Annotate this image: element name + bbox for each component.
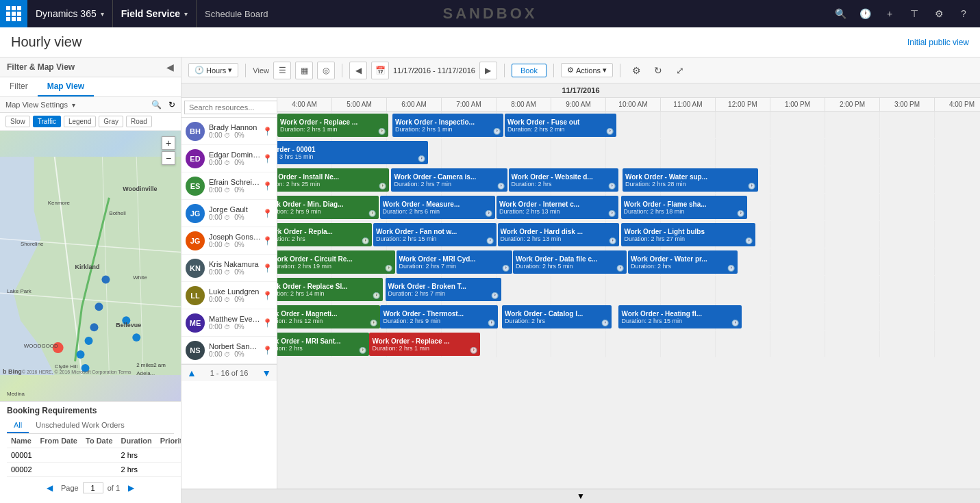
nav-prev-button[interactable]: ◀ — [349, 62, 367, 79]
schedule-block[interactable]: Work Order - Camera is... Duration: 2 hr… — [391, 168, 507, 192]
block-title: Work Order - Replace ... — [280, 118, 386, 126]
road-toggle[interactable]: Road — [126, 116, 152, 127]
resource-search-input[interactable] — [184, 101, 277, 114]
resource-pct: 0% — [234, 350, 244, 358]
block-title: Work Order - Water sup... — [625, 173, 755, 181]
timeline-container[interactable]: 4:00 AM5:00 AM6:00 AM7:00 AM8:00 AM9:00 … — [277, 98, 980, 489]
resource-row[interactable]: JG Joseph Gonsalves 0:00 ⏱ 0% 📍 — [181, 227, 277, 255]
history-nav-button[interactable]: 🕐 — [854, 3, 876, 25]
app-name: Field Service — [121, 8, 180, 19]
schedule-block[interactable]: Work Order - 00001 Duration: 3 hrs 15 mi… — [277, 141, 428, 164]
schedule-block[interactable]: Work Order - Install Ne... Duration: 2 h… — [277, 168, 389, 192]
calendar-icon-button[interactable]: 📅 — [371, 62, 389, 79]
resource-row[interactable]: JG Jorge Gault 0:00 ⏱ 0% 📍 — [181, 200, 277, 227]
waffle-button[interactable] — [0, 0, 27, 27]
schedule-block[interactable]: Work Order - Catalog I... Duration: 2 hr… — [502, 305, 612, 328]
schedule-block[interactable]: Work Order - Light bulbs Duration: 2 hrs… — [621, 223, 755, 246]
nav-app[interactable]: Field Service ▾ — [113, 0, 197, 27]
map-zoom-out-button[interactable]: − — [162, 151, 175, 165]
block-clock-icon: 🕐 — [608, 183, 616, 190]
svg-text:© 2016 HERE, © 2016 Microsoft : © 2016 HERE, © 2016 Microsoft Corporatio… — [22, 370, 131, 375]
next-page-button[interactable]: ▶ — [124, 481, 138, 495]
search-nav-button[interactable]: 🔍 — [829, 3, 851, 25]
schedule-block[interactable]: Work Order - Internet c... Duration: 2 h… — [497, 196, 618, 219]
schedule-block[interactable]: Work Order - Measure... Duration: 2 hrs … — [380, 196, 495, 219]
collapse-left-panel-button[interactable]: ◀ — [166, 62, 174, 73]
map-view-tab[interactable]: Map View — [38, 77, 94, 96]
expand-resource-down-button[interactable]: ▼ — [262, 367, 271, 378]
schedule-block[interactable]: Work Order - Data file c... Duration: 2 … — [513, 250, 627, 274]
nav-next-button[interactable]: ▶ — [479, 62, 497, 79]
schedule-block[interactable]: Work Order - Website d... Duration: 2 hr… — [509, 168, 618, 192]
expand-resource-up-button[interactable]: ▲ — [187, 367, 197, 378]
schedule-block[interactable]: Work Order - Replace ... Duration: 2 hrs… — [369, 333, 480, 356]
page-number-input[interactable] — [83, 482, 103, 493]
filter-nav-button[interactable]: ⊤ — [903, 3, 925, 25]
resource-row[interactable]: NS Norbert Sandberg 0:00 ⏱ 0% 📍 — [181, 337, 277, 364]
resource-row[interactable]: ED Edgar Dominquez 0:00 ⏱ 0% 📍 — [181, 145, 277, 172]
schedule-block[interactable]: Work Order - Hard disk ... Duration: 2 h… — [498, 223, 620, 246]
traffic-toggle[interactable]: Traffic — [33, 116, 61, 127]
schedule-block[interactable]: Work Order - Min. Diag... Duration: 2 hr… — [277, 196, 379, 219]
col-priority: Priority — [156, 434, 181, 448]
resource-info: Norbert Sandberg 0:00 ⏱ 0% — [209, 342, 261, 358]
help-nav-button[interactable]: ? — [953, 3, 975, 25]
legend-toggle[interactable]: Legend — [64, 116, 96, 127]
map-refresh-icon[interactable]: ↻ — [168, 100, 175, 109]
resource-time: 0:00 ⏱ — [209, 241, 230, 248]
unscheduled-work-orders-tab[interactable]: Unscheduled Work Orders — [29, 418, 131, 433]
add-nav-button[interactable]: + — [879, 3, 901, 25]
resource-row[interactable]: LL Luke Lundgren 0:00 ⏱ 0% 📍 — [181, 282, 277, 309]
schedule-block[interactable]: Work Order - Water sup... Duration: 2 hr… — [623, 168, 758, 192]
schedule-block[interactable]: Work Order - MRI Sant... Duration: 2 hrs… — [277, 333, 369, 356]
block-clock-icon: 🕐 — [731, 320, 739, 326]
schedule-block[interactable]: Work Order - MRI Cyd... Duration: 2 hrs … — [397, 250, 513, 274]
resource-row[interactable]: ME Matthew Everson 0:00 ⏱ 0% 📍 — [181, 309, 277, 337]
schedule-block[interactable]: Work Order - Repla... Duration: 2 hrs 🕐 — [277, 223, 372, 246]
block-clock-icon: 🕐 — [378, 128, 386, 135]
view-list-button[interactable]: ☰ — [273, 62, 291, 79]
main-layout: Filter & Map View ◀ Filter Map View Map … — [0, 57, 980, 503]
schedule-board-link[interactable]: Schedule Board — [197, 9, 277, 19]
schedule-block[interactable]: Work Order - Fuse out Duration: 2 hrs 2 … — [505, 114, 616, 137]
map-zoom-in-button[interactable]: + — [162, 136, 175, 150]
expand-button[interactable]: ⤢ — [671, 62, 689, 79]
resource-row[interactable]: KN Kris Nakamura 0:00 ⏱ 0% 📍 — [181, 255, 277, 282]
schedule-block[interactable]: Work Order - Magneti... Duration: 2 hrs … — [277, 305, 380, 328]
all-tab[interactable]: All — [7, 418, 29, 433]
block-clock-icon: 🕐 — [486, 237, 494, 244]
timeline-hour-header: 5:00 AM — [332, 98, 387, 111]
filter-tab[interactable]: Filter — [0, 77, 38, 96]
gray-toggle[interactable]: Gray — [99, 116, 123, 127]
refresh-button[interactable]: ↻ — [649, 62, 667, 79]
prev-page-button[interactable]: ◀ — [43, 481, 57, 495]
schedule-block[interactable]: Work Order - Flame sha... Duration: 2 hr… — [621, 196, 747, 219]
schedule-block[interactable]: Work Order - Circuit Re... Duration: 2 h… — [277, 250, 395, 274]
view-circle-button[interactable]: ◎ — [317, 62, 335, 79]
schedule-block[interactable]: Work Order - Replace Sl... Duration: 2 h… — [277, 278, 383, 301]
book-button[interactable]: Book — [512, 64, 546, 77]
schedule-block[interactable]: Work Order - Replace ... Duration: 2 hrs… — [277, 114, 388, 137]
schedule-block[interactable]: Work Order - Water pr... Duration: 2 hrs… — [628, 250, 738, 274]
map-search-icon[interactable]: 🔍 — [151, 100, 162, 109]
settings-button[interactable]: ⚙ — [627, 62, 645, 79]
hours-button[interactable]: 🕐 Hours ▾ — [188, 63, 238, 77]
schedule-block[interactable]: Work Order - Broken T... Duration: 2 hrs… — [386, 278, 502, 301]
initial-public-view[interactable]: Initial public view — [907, 38, 969, 47]
slow-toggle[interactable]: Slow — [5, 116, 30, 127]
schedule-block[interactable]: Work Order - Fan not w... Duration: 2 hr… — [373, 223, 497, 246]
schedule-block[interactable]: Work Order - Thermost... Duration: 2 hrs… — [380, 305, 498, 328]
actions-button[interactable]: ⚙ Actions ▾ — [561, 63, 613, 77]
settings-nav-button[interactable]: ⚙ — [928, 3, 950, 25]
schedule-block[interactable]: Work Order - Heating fl... Duration: 2 h… — [618, 305, 742, 328]
block-duration: Duration: 2 hrs 12 min — [277, 318, 377, 324]
resource-row[interactable]: BH Brady Hannon 0:00 ⏱ 0% 📍 — [181, 118, 277, 145]
schedule-toolbar: 🕐 Hours ▾ View ☰ ▦ ◎ ◀ 📅 11/17/2016 - 11… — [181, 57, 980, 83]
resource-row[interactable]: ES Efrain Schreiner 0:00 ⏱ 0% 📍 — [181, 172, 277, 200]
view-grid-button[interactable]: ▦ — [295, 62, 313, 79]
nav-brand[interactable]: Dynamics 365 ▾ — [27, 0, 113, 27]
resource-avatar: JG — [186, 231, 205, 250]
block-title: Work Order - Thermost... — [383, 310, 495, 318]
schedule-block[interactable]: Work Order - Inspectio... Duration: 2 hr… — [392, 114, 503, 137]
expand-panel-toggle[interactable]: ▼ — [181, 489, 980, 503]
